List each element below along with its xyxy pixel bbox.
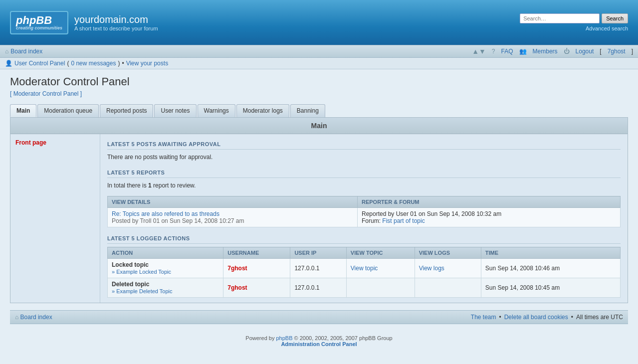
action-cell: Deleted topic » Example Deleted Topic bbox=[108, 278, 223, 298]
report-reporter-cell: Reported by User 01 on Sun Sep 14, 2008 … bbox=[357, 208, 620, 227]
logout-icon: ⏻ bbox=[564, 48, 570, 55]
page-breadcrumb: [ Moderator Control Panel ] bbox=[10, 90, 628, 97]
panel-body: Front page LATEST 5 POSTS AWAITING APPRO… bbox=[10, 134, 628, 303]
tab-warnings[interactable]: Warnings bbox=[198, 104, 235, 117]
latest-reports-header: LATEST 5 REPORTS bbox=[107, 168, 621, 178]
user-left: 👤 User Control Panel (0 new messages) • … bbox=[5, 60, 168, 67]
right-panel: LATEST 5 POSTS AWAITING APPROVAL There a… bbox=[100, 134, 628, 303]
tab-main[interactable]: Main bbox=[10, 104, 36, 117]
action-view-topic-cell bbox=[346, 278, 415, 298]
action-username-link[interactable]: 7ghost bbox=[227, 265, 247, 272]
action-time-cell: Sun Sep 14, 2008 10:46 am bbox=[481, 259, 620, 278]
tab-user-notes[interactable]: User notes bbox=[154, 104, 196, 117]
reports-table: VIEW DETAILS REPORTER & FORUM Re: Topics… bbox=[107, 196, 621, 227]
latest-posts-content: There are no posts waiting for approval. bbox=[107, 153, 621, 162]
footer-nav: ⌂ Board index The team • Delete all boar… bbox=[10, 310, 628, 324]
footer-sep1: • bbox=[499, 314, 501, 321]
tab-banning[interactable]: Banning bbox=[290, 104, 325, 117]
tab-moderator-logs[interactable]: Moderator logs bbox=[236, 104, 289, 117]
panel-header: Main bbox=[10, 118, 628, 134]
col-view-logs: VIEW LOGS bbox=[415, 247, 481, 259]
new-messages-link[interactable]: 0 new messages bbox=[71, 60, 116, 67]
reports-count: 1 bbox=[148, 182, 152, 189]
action-cell: Locked topic » Example Locked Topic bbox=[108, 259, 223, 278]
view-posts-link[interactable]: View your posts bbox=[126, 60, 169, 67]
report-forum-link[interactable]: Fist part of topic bbox=[382, 217, 425, 224]
logo-area: phpBB creating communities yourdomain.co… bbox=[10, 11, 158, 34]
separator: • bbox=[122, 60, 124, 67]
footer-nav-left: ⌂ Board index bbox=[15, 314, 52, 321]
delete-cookies-link[interactable]: Delete all board cookies bbox=[504, 314, 568, 321]
front-page-link[interactable]: Front page bbox=[15, 139, 95, 146]
user-bar: 👤 User Control Panel (0 new messages) • … bbox=[0, 58, 638, 69]
the-team-link[interactable]: The team bbox=[471, 314, 496, 321]
col-view-details: VIEW DETAILS bbox=[108, 196, 358, 208]
logo-sub: creating communities bbox=[16, 26, 62, 30]
col-time: TIME bbox=[481, 247, 620, 259]
action-username-cell: 7ghost bbox=[223, 259, 290, 278]
action-label: Locked topic bbox=[112, 261, 149, 268]
page-breadcrumb-link[interactable]: [ Moderator Control Panel ] bbox=[10, 90, 82, 97]
copyright-text: © 2000, 2002, 2005, 2007 phpBB Group bbox=[293, 335, 393, 341]
site-title: yourdomain.com A short text to describe … bbox=[74, 14, 158, 31]
logout-link[interactable]: Logout bbox=[576, 48, 594, 55]
col-view-topic: VIEW TOPIC bbox=[346, 247, 415, 259]
user-bracket-right: ] bbox=[632, 48, 633, 55]
footer-board-index-link[interactable]: Board index bbox=[20, 314, 52, 321]
report-view-cell: Re: Topics are also refered to as thread… bbox=[108, 208, 358, 227]
admin-panel-link[interactable]: Administration Control Panel bbox=[281, 341, 357, 347]
members-link[interactable]: Members bbox=[533, 48, 558, 55]
report-forum-text: Forum: Fist part of topic bbox=[362, 217, 425, 224]
reports-suffix: report to review. bbox=[152, 182, 196, 189]
ucp-link[interactable]: User Control Panel bbox=[14, 60, 65, 67]
search-area: Search Advanced search bbox=[520, 13, 628, 31]
new-messages-paren-close: ) bbox=[118, 60, 120, 67]
nav-bar: ⌂ Board index ▲▼ ? FAQ 👥 Members ⏻ Logou… bbox=[0, 45, 638, 58]
col-reporter-forum: REPORTER & FORUM bbox=[357, 196, 620, 208]
site-description: A short text to describe your forum bbox=[74, 25, 158, 31]
logo[interactable]: phpBB creating communities bbox=[10, 11, 68, 34]
user-bracket-left: [ bbox=[600, 48, 601, 55]
footer-nav-right: The team • Delete all board cookies • Al… bbox=[471, 314, 623, 321]
reports-tbody: Re: Topics are also refered to as thread… bbox=[108, 208, 621, 227]
main-content: Moderator Control Panel [ Moderator Cont… bbox=[0, 69, 638, 330]
faq-icon: ? bbox=[492, 48, 495, 55]
action-sub-link[interactable]: » Example Locked Topic bbox=[112, 269, 171, 275]
action-username-cell: 7ghost bbox=[223, 278, 290, 298]
action-view-topic-cell: View topic bbox=[346, 259, 415, 278]
new-messages-paren: ( bbox=[67, 60, 69, 67]
tab-moderation-queue[interactable]: Moderation queue bbox=[37, 104, 99, 117]
logo-text: phpBB bbox=[16, 14, 52, 26]
board-index-link[interactable]: Board index bbox=[10, 48, 42, 55]
user-icon: 👤 bbox=[5, 60, 12, 67]
collapse-button[interactable]: ▲▼ bbox=[472, 47, 486, 55]
advanced-search-link[interactable]: Advanced search bbox=[586, 25, 628, 31]
view-logs-link[interactable]: View logs bbox=[419, 265, 444, 272]
latest-posts-header: LATEST 5 POSTS AWAITING APPROVAL bbox=[107, 139, 621, 150]
tabs: Main Moderation queue Reported posts Use… bbox=[10, 104, 628, 117]
table-row: Deleted topic » Example Deleted Topic 7g… bbox=[108, 278, 621, 298]
left-panel: Front page bbox=[10, 134, 100, 303]
search-row: Search bbox=[520, 13, 628, 23]
action-username-link[interactable]: 7ghost bbox=[227, 284, 247, 291]
tab-reported-posts[interactable]: Reported posts bbox=[100, 104, 153, 117]
action-label: Deleted topic bbox=[112, 281, 149, 288]
report-reporter-text: Reported by User 01 on Sun Sep 14, 2008 … bbox=[362, 210, 501, 217]
faq-link[interactable]: FAQ bbox=[501, 48, 513, 55]
user-link[interactable]: 7ghost bbox=[608, 48, 626, 55]
latest-reports-intro: In total there is 1 report to review. bbox=[107, 181, 621, 190]
search-button[interactable]: Search bbox=[602, 13, 628, 23]
reports-intro-text: In total there is bbox=[107, 182, 148, 189]
table-row: Locked topic » Example Locked Topic 7gho… bbox=[108, 259, 621, 278]
main-panel: Main Front page LATEST 5 POSTS AWAITING … bbox=[10, 117, 628, 303]
report-title-link[interactable]: Re: Topics are also refered to as thread… bbox=[112, 210, 219, 217]
search-input[interactable] bbox=[520, 13, 600, 23]
home-icon: ⌂ bbox=[5, 48, 8, 55]
action-sub-link[interactable]: » Example Deleted Topic bbox=[112, 288, 172, 294]
view-topic-link[interactable]: View topic bbox=[351, 265, 378, 272]
members-icon: 👥 bbox=[519, 48, 527, 55]
table-row: Re: Topics are also refered to as thread… bbox=[108, 208, 621, 227]
phpbb-link[interactable]: phpBB bbox=[276, 335, 292, 341]
site-name: yourdomain.com bbox=[74, 14, 158, 25]
actions-tbody: Locked topic » Example Locked Topic 7gho… bbox=[108, 259, 621, 298]
